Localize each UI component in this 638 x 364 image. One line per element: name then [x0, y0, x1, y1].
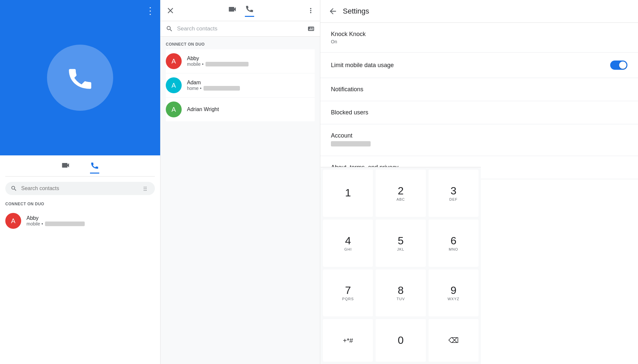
- name-abby-middle: Abby: [187, 56, 249, 61]
- search-icon-left: [11, 185, 17, 192]
- dial-letters-3: DEF: [449, 197, 458, 201]
- contact-info-abby-middle: Abby mobile •: [187, 56, 249, 67]
- dial-num-special: +*#: [343, 337, 353, 344]
- settings-item-notifications[interactable]: Notifications: [320, 78, 638, 101]
- keyboard-icon-middle[interactable]: [307, 25, 315, 32]
- dial-key-7[interactable]: 7 PQRS: [323, 269, 373, 317]
- dial-letters-4: GHI: [344, 247, 352, 251]
- dial-num-0: 0: [398, 335, 404, 346]
- redacted-adam-middle: [204, 86, 240, 91]
- search-bar-left[interactable]: [5, 182, 155, 195]
- section-label-middle: CONNECT ON DUO: [166, 37, 315, 49]
- dialpad-grid: 1 2 ABC 3 DEF 4 GHI 5 JKL 6 MNO: [321, 167, 481, 364]
- call-avatar-circle: [47, 45, 113, 111]
- avatar-adrian-middle: A: [166, 101, 182, 117]
- toggle-knob: [619, 61, 626, 69]
- phone-icon-middle: [245, 4, 254, 13]
- dial-key-0[interactable]: 0: [376, 319, 426, 362]
- search-input-left[interactable]: [21, 185, 139, 191]
- contact-abby-middle[interactable]: A Abby mobile •: [166, 49, 315, 73]
- knock-knock-subtitle: On: [331, 39, 366, 44]
- detail-adam-middle: home •: [187, 86, 240, 91]
- top-bar-middle: [160, 0, 320, 21]
- dial-letters-8: TUV: [396, 297, 405, 301]
- notifications-title: Notifications: [331, 86, 363, 93]
- dial-num-9: 9: [450, 285, 456, 296]
- search-bar-middle[interactable]: [160, 21, 320, 37]
- dial-num-7: 7: [345, 285, 351, 296]
- more-icon-middle[interactable]: [307, 7, 315, 15]
- contact-name-abby-left: Abby: [26, 215, 85, 221]
- dial-backspace-icon: ⌫: [448, 337, 459, 344]
- settings-item-blocked-users[interactable]: Blocked users: [320, 101, 638, 124]
- video-icon-left: [61, 161, 70, 170]
- left-panel: ⋮: [0, 0, 160, 364]
- contact-adrian-middle[interactable]: A Adrian Wright: [166, 98, 315, 121]
- notifications-info: Notifications: [331, 86, 363, 93]
- knock-knock-info: Knock Knock On: [331, 31, 366, 44]
- dial-letters-7: PQRS: [342, 297, 354, 301]
- dial-key-3[interactable]: 3 DEF: [429, 170, 478, 217]
- limit-mobile-toggle[interactable]: [610, 61, 627, 70]
- dial-key-9[interactable]: 9 WXYZ: [429, 269, 478, 317]
- dialpad: 1 2 ABC 3 DEF 4 GHI 5 JKL 6 MNO: [321, 167, 481, 364]
- dial-letters-5: JKL: [397, 247, 404, 251]
- dial-key-backspace[interactable]: ⌫: [429, 319, 478, 362]
- name-adrian-middle: Adrian Wright: [187, 106, 219, 112]
- contacts-list-middle: CONNECT ON DUO A Abby mobile • A Adam ho…: [160, 37, 320, 364]
- limit-mobile-title: Limit mobile data usage: [331, 62, 394, 69]
- search-input-middle[interactable]: [177, 25, 303, 32]
- dial-key-6[interactable]: 6 MNO: [429, 220, 478, 267]
- dial-num-1: 1: [345, 187, 351, 199]
- account-info: Account: [331, 132, 371, 148]
- phone-tab-icon-left: [90, 161, 99, 170]
- contact-info-abby-left: Abby mobile •: [26, 215, 85, 226]
- dial-num-6: 6: [450, 235, 456, 247]
- back-icon: [328, 7, 338, 16]
- avatar-abby-left: A: [5, 213, 21, 229]
- middle-panel: CONNECT ON DUO A Abby mobile • A Adam ho…: [160, 0, 320, 364]
- tab-video-left[interactable]: [61, 161, 70, 174]
- contact-detail-abby-left: mobile •: [26, 221, 85, 226]
- dial-num-4: 4: [345, 235, 351, 247]
- dial-letters-6: MNO: [449, 247, 458, 251]
- dial-key-2[interactable]: 2 ABC: [376, 170, 426, 217]
- phone-icon: [65, 63, 95, 93]
- settings-item-account[interactable]: Account: [320, 124, 638, 156]
- dialpad-icon-left[interactable]: [143, 185, 150, 192]
- avatar-adam-middle: A: [166, 77, 182, 93]
- settings-item-knock-knock[interactable]: Knock Knock On: [320, 23, 638, 53]
- knock-knock-title: Knock Knock: [331, 31, 366, 38]
- close-icon[interactable]: [166, 6, 175, 15]
- settings-item-limit-mobile[interactable]: Limit mobile data usage: [320, 53, 638, 78]
- avatar-abby-middle: A: [166, 53, 182, 69]
- redacted-number-left: [45, 222, 85, 226]
- back-button[interactable]: [328, 7, 338, 16]
- contact-adam-middle[interactable]: A Adam home •: [166, 73, 315, 98]
- dial-key-special[interactable]: +*#: [323, 319, 373, 362]
- dial-num-3: 3: [450, 185, 456, 197]
- limit-mobile-info: Limit mobile data usage: [331, 62, 394, 69]
- tab-video-middle[interactable]: [228, 5, 237, 17]
- contact-info-adrian-middle: Adrian Wright: [187, 106, 219, 112]
- dial-key-8[interactable]: 8 TUV: [376, 269, 426, 317]
- dial-letters-9: WXYZ: [447, 297, 459, 301]
- dial-key-4[interactable]: 4 GHI: [323, 220, 373, 267]
- dial-num-2: 2: [398, 185, 404, 197]
- blocked-users-info: Blocked users: [331, 109, 368, 116]
- dial-key-5[interactable]: 5 JKL: [376, 220, 426, 267]
- contact-abby-left[interactable]: A Abby mobile •: [5, 210, 155, 231]
- dial-num-8: 8: [398, 285, 404, 296]
- more-icon[interactable]: ⋮: [146, 5, 155, 16]
- tab-phone-middle[interactable]: [245, 4, 254, 17]
- name-adam-middle: Adam: [187, 80, 240, 86]
- dial-num-5: 5: [398, 235, 404, 247]
- settings-header: Settings: [320, 0, 638, 23]
- left-panel-bottom: CONNECT ON DUO A Abby mobile •: [0, 155, 160, 364]
- tab-bar-left: [5, 161, 155, 177]
- dial-key-1[interactable]: 1: [323, 170, 373, 217]
- section-label-left: CONNECT ON DUO: [5, 202, 155, 206]
- dial-letters-2: ABC: [396, 197, 405, 201]
- top-bar-tab-icons: [228, 4, 254, 17]
- tab-phone-left[interactable]: [90, 161, 99, 174]
